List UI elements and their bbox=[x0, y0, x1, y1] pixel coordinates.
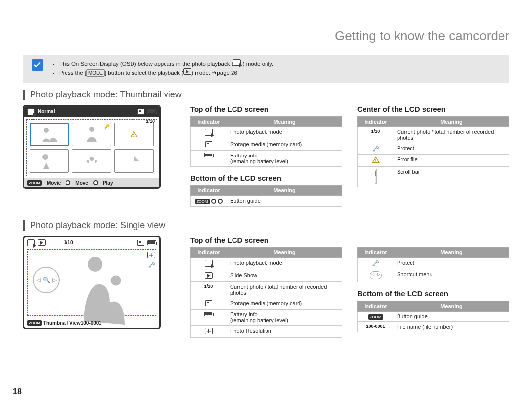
photo-mode-icon bbox=[233, 59, 241, 66]
zoom-chip: ZOOM bbox=[195, 199, 210, 204]
svg-point-4 bbox=[42, 154, 48, 160]
lcd-single-view: 1/10 🗝️ ◁🔍▷ ZOOM Thumbnail View 100-0001 bbox=[23, 236, 161, 329]
mode-button-label: MODE bbox=[86, 69, 105, 77]
mode-label: Normal bbox=[38, 109, 55, 114]
note-line-2: Press the [MODE] button to select the pl… bbox=[59, 68, 504, 77]
lcd-thumbnail-view: Normal 1/10 🔑 ZOOM Movie Move Play bbox=[23, 105, 161, 189]
key-icon: 🗝️ bbox=[372, 260, 379, 267]
key-icon: 🔑 bbox=[104, 124, 110, 129]
table-top-lcd: IndicatorMeaning Photo playback mode Sto… bbox=[190, 116, 342, 167]
photo-mode-icon bbox=[205, 260, 213, 267]
page-title: Getting to know the camcorder bbox=[23, 29, 509, 44]
table-bottom-lcd-2: IndicatorMeaning ZOOMButton guide 100-00… bbox=[357, 301, 509, 332]
resolution-icon bbox=[205, 328, 213, 334]
zoom-chip: ZOOM bbox=[27, 320, 42, 326]
table-top-lcd-2a: IndicatorMeaning Photo playback mode Sli… bbox=[190, 247, 342, 338]
svg-point-0 bbox=[44, 128, 49, 133]
key-icon: 🗝️ bbox=[148, 261, 155, 268]
section-thumbnail-heading: Photo playback mode: Thumbnail view bbox=[23, 90, 509, 100]
shortcut-ring: ◁🔍▷ bbox=[33, 267, 60, 293]
center-lcd-heading: Center of the LCD screen bbox=[357, 105, 509, 113]
divider bbox=[23, 48, 509, 48]
move-icon bbox=[66, 180, 70, 185]
scrollbar-icon bbox=[375, 169, 377, 184]
resolution-icon bbox=[147, 252, 155, 258]
warning-icon bbox=[372, 156, 380, 163]
thumb-5 bbox=[72, 149, 111, 173]
bottom-lcd-heading: Bottom of the LCD screen bbox=[190, 174, 342, 182]
photo-count: 1/10 bbox=[64, 240, 73, 245]
card-icon bbox=[205, 141, 212, 147]
svg-point-8 bbox=[111, 275, 121, 285]
photo-mode-icon bbox=[205, 129, 213, 136]
key-icon: 🗝️ bbox=[372, 145, 379, 152]
shortcut-ring-icon bbox=[370, 271, 382, 279]
zoom-chip: ZOOM bbox=[368, 314, 383, 320]
bottom-lcd-heading-2: Bottom of the LCD screen bbox=[357, 289, 509, 298]
silhouette-icon bbox=[66, 251, 139, 325]
page-number: 18 bbox=[13, 387, 22, 396]
card-icon bbox=[137, 109, 144, 115]
zoom-chip: ZOOM bbox=[27, 180, 42, 186]
battery-icon bbox=[204, 312, 213, 316]
table-bottom-lcd: IndicatorMeaning ZOOMButton guide bbox=[190, 185, 342, 207]
table-top-lcd-2b: IndicatorMeaning 🗝️Protect Shortcut menu bbox=[357, 247, 509, 282]
thumb-1 bbox=[30, 123, 69, 146]
battery-icon bbox=[204, 153, 213, 157]
card-icon bbox=[137, 240, 144, 246]
svg-point-7 bbox=[88, 257, 102, 272]
thumb-4 bbox=[30, 149, 69, 173]
photo-mode-icon bbox=[27, 239, 35, 246]
playback-icon bbox=[183, 68, 191, 75]
battery-icon bbox=[147, 240, 156, 245]
svg-point-1 bbox=[89, 127, 94, 132]
check-icon bbox=[32, 59, 43, 71]
table-center-lcd: IndicatorMeaning 1/10Current photo / tot… bbox=[357, 116, 509, 187]
svg-point-6 bbox=[375, 161, 376, 162]
note-line-1: This On Screen Display (OSD) below appea… bbox=[59, 59, 504, 68]
warning-icon bbox=[130, 131, 138, 138]
file-number: 100-0001 bbox=[81, 320, 101, 326]
thumb-6 bbox=[114, 149, 154, 173]
battery-icon bbox=[147, 109, 156, 114]
thumb-3 bbox=[114, 123, 154, 146]
photo-mode-icon bbox=[27, 108, 35, 115]
card-icon bbox=[205, 300, 212, 306]
top-lcd-heading: Top of the LCD screen bbox=[190, 105, 342, 113]
play-icon bbox=[93, 180, 98, 185]
note-box: This On Screen Display (OSD) below appea… bbox=[23, 55, 509, 83]
thumb-2: 🔑 bbox=[72, 123, 111, 146]
svg-point-3 bbox=[133, 136, 134, 136]
slideshow-icon bbox=[205, 272, 213, 279]
section-single-heading: Photo playback mode: Single view bbox=[23, 220, 509, 231]
slideshow-icon bbox=[38, 239, 46, 246]
top-lcd-heading-2: Top of the LCD screen bbox=[190, 236, 342, 244]
